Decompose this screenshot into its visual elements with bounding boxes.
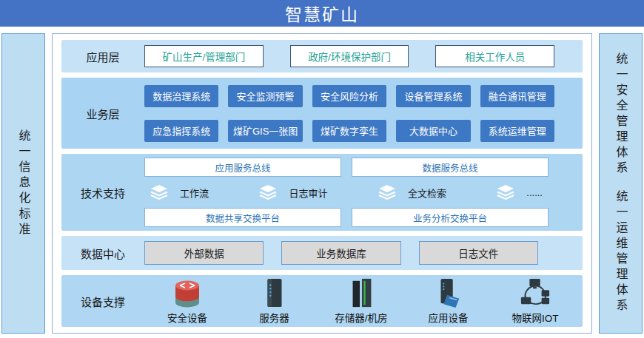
middleware-log-audit: 日志审计 <box>259 185 327 200</box>
service-buses: 应用服务总线 数据服务总线 <box>144 158 549 177</box>
left-pillar: 统一信息化标准 <box>1 33 45 334</box>
business-box-big-data-center: 大数据中心 <box>396 120 470 142</box>
application-box-related-staff: 相关工作人员 <box>435 45 554 67</box>
data-center-box-external-data: 外部数据 <box>144 241 264 265</box>
layer-device-support: 设备支撑 安全设备 <box>61 275 583 327</box>
middleware-fulltext-search: 全文检索 <box>378 185 446 200</box>
device-label: 安全设备 <box>167 310 207 325</box>
bus-data-service: 数据服务总线 <box>352 158 549 177</box>
layer-data-center-label: 数据中心 <box>61 246 144 261</box>
business-box-safety-monitoring: 安全监测预警 <box>228 85 302 107</box>
page-title: 智慧矿山 <box>285 1 359 26</box>
device-label: 应用设备 <box>429 310 469 325</box>
business-box-emergency-command: 应急指挥系统 <box>144 120 218 142</box>
smart-mine-architecture-diagram: 智慧矿山 统一信息化标准 应用层 矿山生产/管理部门 政府/环境保护部门 相关工… <box>0 0 644 334</box>
layer-application-label: 应用层 <box>61 49 144 64</box>
middleware-label: 日志审计 <box>289 186 327 200</box>
device-items: 安全设备 服务器 <box>144 277 583 325</box>
application-box-government: 政府/环境保护部门 <box>290 45 409 67</box>
layers-icon <box>259 185 277 200</box>
platform-business-analysis: 业务分析交换平台 <box>352 208 549 227</box>
device-item-iot: 物联网IOT <box>500 277 571 325</box>
business-box-comm-management: 融合通讯管理 <box>480 85 554 107</box>
middleware-label: 全文检索 <box>408 186 446 200</box>
business-systems: 数据治理系统 安全监测预警 安全风险分析 设备管理系统 融合通讯管理 应急指挥系… <box>144 85 583 142</box>
tech-support-content: 应用服务总线 数据服务总线 工作流 日志审计 <box>144 158 583 227</box>
application-box-mine-production: 矿山生产/管理部门 <box>144 45 264 67</box>
middleware-ellipsis: ...... <box>497 185 543 200</box>
layers-icon <box>150 185 168 200</box>
layer-application: 应用层 矿山生产/管理部门 政府/环境保护部门 相关工作人员 <box>61 40 583 72</box>
layer-data-center: 数据中心 外部数据 业务数据库 日志文件 <box>61 236 583 270</box>
business-box-data-governance: 数据治理系统 <box>144 85 218 107</box>
iot-icon <box>517 277 553 308</box>
business-row-2: 应急指挥系统 煤矿GIS一张图 煤矿数字孪生 大数据中心 系统运维管理 <box>144 120 554 142</box>
business-box-digital-twin: 煤矿数字孪生 <box>312 120 386 142</box>
title-banner: 智慧矿山 <box>0 0 644 27</box>
data-center-boxes: 外部数据 业务数据库 日志文件 <box>144 241 583 265</box>
middleware-label: ...... <box>526 187 543 198</box>
business-box-risk-analysis: 安全风险分析 <box>312 85 386 107</box>
business-box-gis-map: 煤矿GIS一张图 <box>228 120 302 142</box>
server-icon <box>262 277 287 308</box>
device-label: 服务器 <box>259 310 289 325</box>
application-boxes: 矿山生产/管理部门 政府/环境保护部门 相关工作人员 <box>144 45 583 67</box>
device-label: 物联网IOT <box>512 310 559 325</box>
business-box-device-management: 设备管理系统 <box>396 85 470 107</box>
layer-device-support-label: 设备支撑 <box>61 294 144 309</box>
middleware-label: 工作流 <box>180 186 209 200</box>
right-pillar-label-ops: 统一运维管理体系 <box>615 190 627 314</box>
device-item-storage: 存储器/机房 <box>326 277 397 325</box>
layer-business-label: 业务层 <box>61 106 144 121</box>
layer-business: 业务层 数据治理系统 安全监测预警 安全风险分析 设备管理系统 融合通讯管理 应… <box>61 78 583 149</box>
device-item-security: 安全设备 <box>152 277 223 325</box>
app-device-icon <box>434 277 463 308</box>
main-panel: 应用层 矿山生产/管理部门 政府/环境保护部门 相关工作人员 业务层 数据治理系… <box>52 33 592 334</box>
device-item-application: 应用设备 <box>413 277 484 325</box>
data-center-box-business-db: 业务数据库 <box>281 241 400 265</box>
middleware-workflow: 工作流 <box>150 185 209 200</box>
layers-icon <box>497 185 514 200</box>
business-row-1: 数据治理系统 安全监测预警 安全风险分析 设备管理系统 融合通讯管理 <box>144 85 554 107</box>
layers-icon <box>378 185 396 200</box>
diagram-body: 统一信息化标准 应用层 矿山生产/管理部门 政府/环境保护部门 相关工作人员 业… <box>1 33 643 334</box>
bus-app-service: 应用服务总线 <box>144 158 341 177</box>
device-label: 存储器/机房 <box>335 310 387 325</box>
device-item-server: 服务器 <box>239 277 310 325</box>
layer-tech-support: 技术支持 应用服务总线 数据服务总线 工作流 日志审计 <box>61 154 583 231</box>
exchange-platforms: 数据共享交换平台 业务分析交换平台 <box>144 208 549 227</box>
platform-data-sharing: 数据共享交换平台 <box>144 208 341 227</box>
right-pillar: 统一安全管理体系 统一运维管理体系 <box>599 33 643 334</box>
right-pillar-label-security: 统一安全管理体系 <box>615 53 627 177</box>
layer-tech-support-label: 技术支持 <box>61 185 144 200</box>
business-box-ops-management: 系统运维管理 <box>480 120 554 142</box>
left-pillar-label: 统一信息化标准 <box>18 129 30 238</box>
data-center-box-log-files: 日志文件 <box>419 241 538 265</box>
storage-icon <box>348 277 375 308</box>
middleware-row: 工作流 日志审计 全文检索 ...... <box>144 183 549 201</box>
security-device-icon <box>170 277 205 308</box>
